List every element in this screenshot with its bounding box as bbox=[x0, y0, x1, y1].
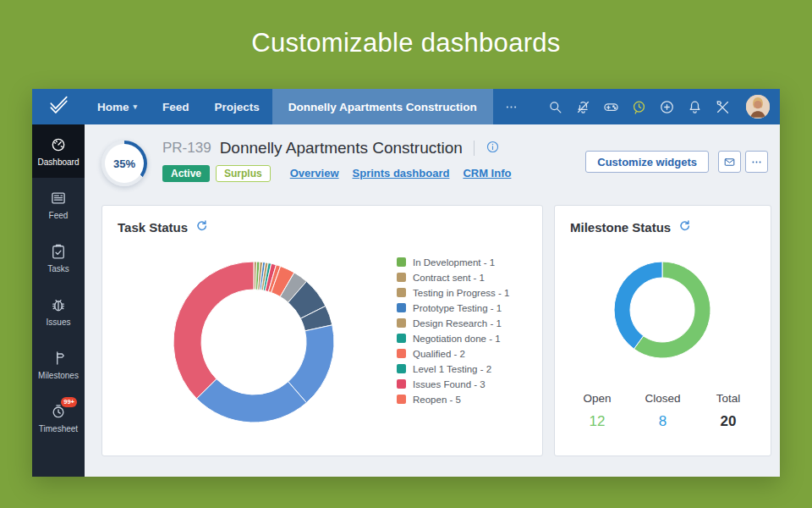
legend-swatch bbox=[397, 395, 406, 404]
task-status-title: Task Status bbox=[118, 220, 188, 235]
widgets-row: Task Status In Development - 1Contract s… bbox=[102, 205, 770, 477]
progress-value: 35% bbox=[102, 141, 147, 186]
stat-value: 8 bbox=[641, 413, 685, 430]
double-check-logo bbox=[47, 96, 69, 118]
legend-swatch bbox=[397, 364, 406, 373]
nav-item-label: Feed bbox=[162, 101, 189, 113]
stat-total: Total20 bbox=[706, 392, 750, 430]
legend-item[interactable]: In Development - 1 bbox=[397, 257, 509, 268]
tasks-icon bbox=[50, 243, 67, 260]
nav-item-home[interactable]: Home▾ bbox=[85, 89, 150, 124]
task-status-card: Task Status In Development - 1Contract s… bbox=[102, 205, 543, 456]
legend-swatch bbox=[397, 349, 406, 358]
legend-item[interactable]: Qualified - 2 bbox=[397, 349, 509, 359]
plus-circle-icon[interactable] bbox=[659, 99, 675, 115]
top-navbar: Home▾FeedProjects Donnelly Apartments Co… bbox=[32, 89, 780, 124]
project-progress-ring: 35% bbox=[102, 141, 147, 186]
status-badge-surplus: Surplus bbox=[216, 165, 271, 182]
legend-item[interactable]: Prototype Testing - 1 bbox=[397, 303, 509, 313]
project-header: 35% PR-139 Donnelly Apartments Construct… bbox=[85, 124, 780, 205]
milestone-status-donut-chart[interactable] bbox=[603, 251, 721, 369]
legend-label: In Development - 1 bbox=[413, 257, 495, 268]
legend-label: Contract sent - 1 bbox=[413, 273, 485, 283]
legend-label: Qualified - 2 bbox=[413, 349, 465, 359]
refresh-icon[interactable] bbox=[678, 219, 691, 232]
legend-label: Design Research - 1 bbox=[413, 318, 502, 329]
nav-item-projects[interactable]: Projects bbox=[202, 89, 272, 124]
link-sprints-dashboard[interactable]: Sprints dashboard bbox=[353, 167, 450, 179]
bell-slash-icon[interactable] bbox=[575, 99, 591, 115]
info-icon-slot bbox=[486, 140, 500, 157]
stat-label: Closed bbox=[641, 392, 685, 405]
stat-open: Open12 bbox=[575, 392, 619, 430]
legend-swatch bbox=[397, 303, 406, 312]
legend-item[interactable]: Design Research - 1 bbox=[397, 318, 509, 329]
stat-label: Open bbox=[575, 392, 619, 405]
sidebar-item-tasks[interactable]: Tasks bbox=[32, 231, 85, 284]
bell-icon[interactable] bbox=[687, 99, 703, 115]
app-window: Home▾FeedProjects Donnelly Apartments Co… bbox=[32, 89, 780, 477]
sidebar-item-dashboard[interactable]: Dashboard bbox=[32, 124, 85, 178]
legend-item[interactable]: Negotiation done - 1 bbox=[397, 334, 509, 344]
status-badge-active: Active bbox=[162, 165, 210, 182]
nav-item-feed[interactable]: Feed bbox=[150, 89, 202, 124]
legend-item[interactable]: Reopen - 5 bbox=[397, 395, 509, 405]
donut-segment-unlabeled-rose[interactable] bbox=[173, 262, 254, 399]
mail-button[interactable] bbox=[718, 151, 741, 173]
left-sidebar: DashboardFeedTasksIssuesMilestonesTimesh… bbox=[32, 124, 85, 477]
milestones-icon bbox=[50, 350, 67, 367]
more-options-button[interactable] bbox=[745, 151, 768, 173]
refresh-icon[interactable] bbox=[195, 219, 208, 232]
milestone-status-title: Milestone Status bbox=[570, 220, 671, 235]
user-avatar[interactable] bbox=[746, 95, 770, 119]
legend-item[interactable]: Level 1 Testing - 2 bbox=[397, 364, 509, 374]
legend-swatch bbox=[397, 318, 406, 328]
legend-item[interactable]: Contract sent - 1 bbox=[397, 273, 509, 283]
donut-segment-unlabeled-blue-2[interactable] bbox=[196, 379, 306, 422]
sidebar-item-label: Issues bbox=[47, 318, 71, 327]
customize-widgets-button[interactable]: Customize widgets bbox=[585, 151, 709, 173]
app-logo[interactable] bbox=[32, 89, 85, 124]
project-title: Donnelly Apartments Construction bbox=[220, 139, 463, 157]
task-status-legend: In Development - 1Contract sent - 1Testi… bbox=[397, 257, 509, 405]
status-badges: ActiveSurplus bbox=[162, 165, 277, 180]
issues-icon bbox=[50, 296, 67, 313]
sidebar-item-issues[interactable]: Issues bbox=[32, 284, 85, 338]
sidebar-item-label: Feed bbox=[49, 211, 69, 220]
header-links: OverviewSprints dashboardCRM Info bbox=[277, 165, 512, 180]
info-icon[interactable] bbox=[486, 140, 500, 154]
nav-menu: Home▾FeedProjects bbox=[85, 89, 272, 124]
more-tabs-icon[interactable] bbox=[493, 89, 529, 124]
legend-swatch bbox=[397, 334, 406, 343]
sidebar-item-label: Tasks bbox=[47, 264, 69, 273]
legend-label: Prototype Testing - 1 bbox=[413, 303, 502, 313]
sidebar-item-label: Dashboard bbox=[38, 157, 80, 167]
refresh-icon-slot bbox=[195, 219, 208, 235]
sidebar-item-feed[interactable]: Feed bbox=[32, 178, 85, 231]
screenshot-stage: Customizable dashboards Home▾FeedProject… bbox=[0, 0, 812, 508]
tools-icon[interactable] bbox=[715, 99, 731, 115]
task-status-donut-chart[interactable] bbox=[114, 253, 393, 448]
sidebar-item-timesheet[interactable]: Timesheet99+ bbox=[32, 391, 85, 444]
legend-swatch bbox=[397, 273, 406, 282]
donut-segment-closed[interactable] bbox=[614, 262, 662, 349]
avatar-photo bbox=[746, 95, 770, 119]
link-crm-info[interactable]: CRM Info bbox=[463, 167, 511, 179]
more-icon bbox=[750, 156, 763, 168]
milestone-stats: Open12Closed8Total20 bbox=[555, 392, 771, 430]
link-overview[interactable]: Overview bbox=[290, 167, 339, 179]
sidebar-item-label: Milestones bbox=[38, 371, 79, 380]
legend-swatch bbox=[397, 379, 406, 389]
milestone-status-card: Milestone Status Open12Closed8Total20 bbox=[554, 205, 771, 456]
search-icon[interactable] bbox=[547, 99, 563, 115]
gamepad-icon[interactable] bbox=[603, 99, 619, 115]
caret-down-icon: ▾ bbox=[134, 102, 138, 111]
legend-label: Issues Found - 3 bbox=[413, 379, 486, 389]
legend-item[interactable]: Issues Found - 3 bbox=[397, 379, 509, 389]
divider bbox=[474, 141, 475, 156]
legend-item[interactable]: Testing in Progress - 1 bbox=[397, 288, 509, 298]
sidebar-item-milestones[interactable]: Milestones bbox=[32, 338, 85, 391]
stat-value: 20 bbox=[706, 413, 750, 430]
tab-project[interactable]: Donnelly Apartments Construction bbox=[272, 89, 493, 124]
timer-icon[interactable] bbox=[631, 99, 647, 115]
